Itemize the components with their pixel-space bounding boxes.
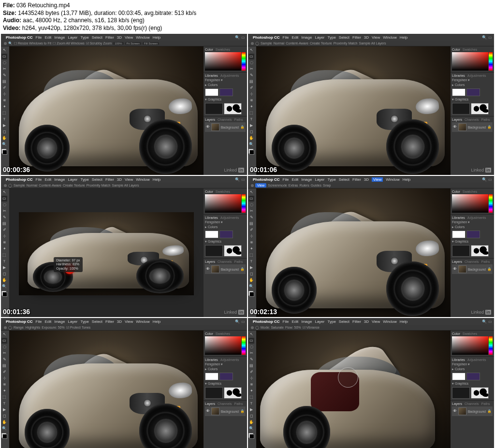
- menu-file[interactable]: File: [36, 319, 42, 324]
- libraries-panel[interactable]: LibrariesAdjustments Fengshen ▾ ▸ Colors…: [204, 72, 247, 116]
- canvas[interactable]: [9, 331, 204, 448]
- menu-3d[interactable]: 3D: [117, 319, 122, 324]
- menu-window[interactable]: Window: [136, 319, 149, 324]
- canvas[interactable]: [256, 331, 451, 448]
- menu-edit[interactable]: Edit: [44, 177, 51, 182]
- menu-3d[interactable]: 3D: [117, 35, 122, 40]
- color-swatch[interactable]: [248, 291, 254, 297]
- tool-15[interactable]: 🔍: [1, 142, 7, 147]
- menu-image[interactable]: Image: [301, 319, 312, 324]
- layer-background[interactable]: 👁Background🔒: [205, 122, 246, 132]
- menu-select[interactable]: Select: [92, 319, 102, 324]
- tool-14[interactable]: ✋: [1, 277, 7, 283]
- search-icon[interactable]: 🔍: [235, 177, 240, 182]
- menu-edit[interactable]: Edit: [291, 35, 298, 40]
- layers-panel[interactable]: LayersChannelsPaths 👁Background🔒: [204, 259, 247, 317]
- libraries-panel[interactable]: LibrariesAdjustments Fengshen ▾ ▸ Colors…: [204, 357, 247, 401]
- tool-8[interactable]: ≋: [248, 98, 254, 103]
- tool-15[interactable]: 🔍: [248, 142, 254, 147]
- app-name[interactable]: Photoshop CC: [253, 319, 280, 324]
- search-icon[interactable]: 🔍: [482, 319, 487, 324]
- tool-10[interactable]: ⬚: [248, 252, 254, 258]
- menu-view[interactable]: View: [372, 177, 383, 182]
- tool-9[interactable]: ✦: [1, 104, 7, 110]
- tool-9[interactable]: ✦: [248, 388, 254, 394]
- canvas[interactable]: [9, 46, 204, 175]
- tool-1[interactable]: ▭: [248, 54, 254, 59]
- menu-file[interactable]: File: [283, 35, 289, 40]
- tool-1[interactable]: ▭: [248, 338, 254, 344]
- app-name[interactable]: Photoshop CC: [253, 177, 280, 182]
- tool-8[interactable]: ≋: [1, 98, 7, 103]
- tool-5[interactable]: ▤: [1, 363, 7, 369]
- menu-image[interactable]: Image: [54, 177, 65, 182]
- tool-4[interactable]: ✎: [248, 215, 254, 220]
- tool-11[interactable]: T: [248, 259, 254, 264]
- tool-8[interactable]: ≋: [248, 240, 254, 246]
- menu-window[interactable]: Window: [383, 319, 396, 324]
- tool-9[interactable]: ✦: [248, 246, 254, 252]
- menu-layer[interactable]: Layer: [315, 35, 324, 40]
- menu-file[interactable]: File: [36, 177, 42, 182]
- menu-3d[interactable]: 3D: [364, 319, 369, 324]
- menu-view[interactable]: View: [125, 177, 133, 182]
- tool-9[interactable]: ✦: [248, 104, 254, 110]
- menu-filter[interactable]: Filter: [352, 35, 361, 40]
- tool-12[interactable]: ▶: [1, 407, 7, 413]
- search-icon[interactable]: 🔍: [482, 177, 487, 182]
- tool-14[interactable]: ✋: [1, 135, 7, 141]
- tool-10[interactable]: ⬚: [1, 394, 7, 400]
- tool-1[interactable]: ▭: [1, 54, 7, 59]
- menu-view[interactable]: View: [125, 319, 133, 324]
- tool-3[interactable]: ✂: [248, 350, 254, 356]
- menu-select[interactable]: Select: [339, 319, 349, 324]
- tool-6[interactable]: ✐: [1, 85, 7, 91]
- color-swatch[interactable]: [248, 149, 254, 155]
- tool-10[interactable]: ⬚: [248, 394, 254, 400]
- tool-15[interactable]: 🔍: [248, 284, 254, 289]
- menu-type[interactable]: Type: [327, 177, 335, 182]
- color-swatch[interactable]: [1, 291, 7, 297]
- menu-image[interactable]: Image: [54, 319, 65, 324]
- layer-background[interactable]: 👁Background🔒: [452, 122, 493, 132]
- menu-filter[interactable]: Filter: [105, 35, 114, 40]
- tool-13[interactable]: ◻: [1, 271, 7, 277]
- menu-filter[interactable]: Filter: [105, 177, 114, 182]
- menu-layer[interactable]: Layer: [315, 177, 324, 182]
- app-name[interactable]: Photoshop CC: [6, 319, 33, 324]
- canvas[interactable]: Diameter: 97 pxHardness: 83%Opacity: 100…: [9, 188, 204, 317]
- tool-7[interactable]: ⊹: [1, 376, 7, 381]
- menu-type[interactable]: Type: [327, 35, 335, 40]
- tool-2[interactable]: ◌: [248, 344, 254, 350]
- tool-4[interactable]: ✎: [248, 72, 254, 78]
- menu-layer[interactable]: Layer: [68, 319, 77, 324]
- tool-0[interactable]: ↖: [1, 332, 7, 337]
- menu-help[interactable]: Help: [153, 319, 160, 324]
- tool-1[interactable]: ▭: [1, 196, 7, 202]
- search-icon[interactable]: 🔍: [235, 319, 240, 324]
- layers-panel[interactable]: LayersChannelsPaths 👁Background🔒: [451, 259, 494, 317]
- menu-select[interactable]: Select: [339, 177, 349, 182]
- tool-2[interactable]: ◌: [1, 344, 7, 350]
- tool-1[interactable]: ▭: [1, 338, 7, 344]
- menu-edit[interactable]: Edit: [291, 177, 298, 182]
- app-name[interactable]: Photoshop CC: [253, 35, 280, 40]
- menu-layer[interactable]: Layer: [68, 177, 77, 182]
- color-panel[interactable]: ColorSwatches: [204, 188, 247, 215]
- search-icon[interactable]: 🔍: [235, 35, 240, 40]
- tool-2[interactable]: ◌: [1, 202, 7, 208]
- tool-14[interactable]: ✋: [248, 277, 254, 283]
- menu-view[interactable]: View: [125, 35, 133, 40]
- tool-5[interactable]: ▤: [248, 79, 254, 85]
- menu-file[interactable]: File: [36, 35, 42, 40]
- tool-13[interactable]: ◻: [1, 129, 7, 135]
- tool-3[interactable]: ✂: [1, 350, 7, 356]
- options-bar[interactable]: ViewScreenmodeExtrasRulersGuidesSnap: [248, 183, 494, 188]
- tool-8[interactable]: ≋: [248, 382, 254, 388]
- menu-type[interactable]: Type: [327, 319, 335, 324]
- tool-6[interactable]: ✐: [1, 369, 7, 375]
- menu-select[interactable]: Select: [92, 177, 102, 182]
- menu-help[interactable]: Help: [400, 319, 408, 324]
- tool-15[interactable]: 🔍: [1, 284, 7, 289]
- menu-layer[interactable]: Layer: [68, 35, 77, 40]
